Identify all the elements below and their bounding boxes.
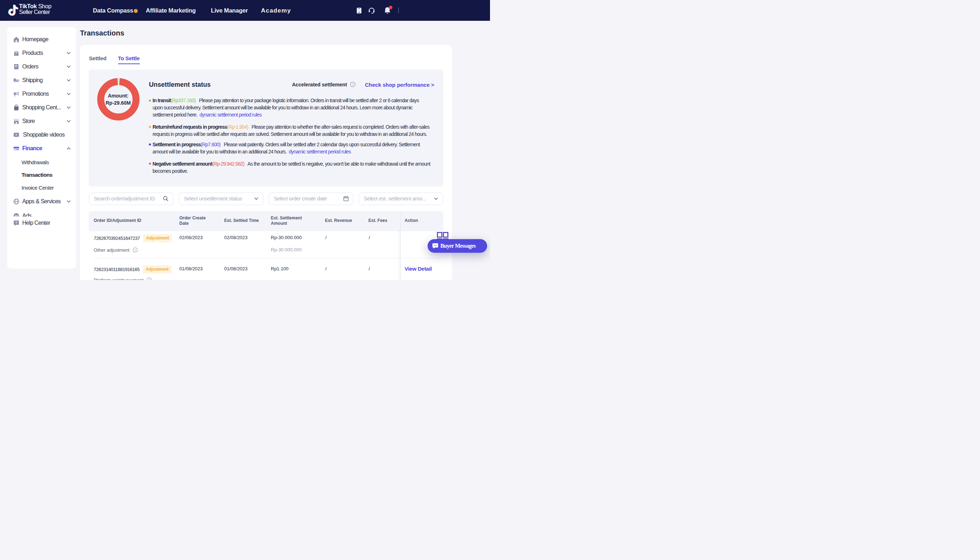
- svg-text:?: ?: [148, 278, 150, 280]
- svg-text:?: ?: [352, 83, 354, 87]
- svg-text:?: ?: [15, 221, 18, 225]
- svg-text:?: ?: [134, 248, 136, 252]
